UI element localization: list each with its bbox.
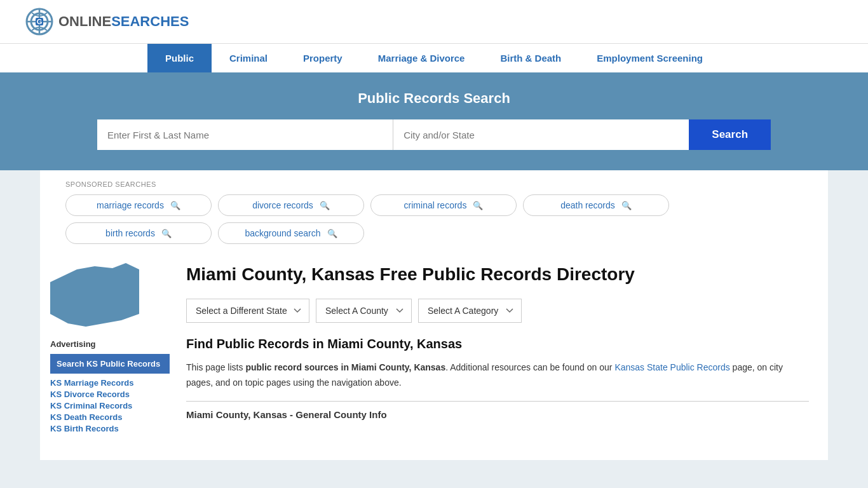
state-map (50, 263, 139, 327)
logo-text: ONLINESEARCHES (58, 13, 189, 30)
advertising-label: Advertising (50, 339, 170, 349)
search-bar: Search (97, 119, 771, 150)
sidebar-item-marriage[interactable]: KS Marriage Records (50, 377, 170, 388)
sidebar-item-criminal[interactable]: KS Criminal Records (50, 400, 170, 410)
sidebar-item-death[interactable]: KS Death Records (50, 412, 170, 422)
hero-banner: Public Records Search Search (0, 72, 868, 170)
sidebar-links: KS Marriage Records KS Divorce Records K… (50, 377, 170, 433)
pill-death-link[interactable]: death records (560, 200, 615, 210)
search-icon: 🔍 (320, 201, 330, 210)
pill-background-link[interactable]: background search (245, 228, 320, 238)
sidebar-item-divorce[interactable]: KS Divorce Records (50, 389, 170, 399)
section-title: Miami County, Kansas - General County In… (186, 401, 809, 420)
state-dropdown[interactable]: Select a Different State (186, 299, 309, 323)
desc-link[interactable]: Kansas State Public Records (614, 362, 729, 372)
sponsored-label: SPONSORED SEARCHES (65, 180, 803, 188)
description: This page lists public record sources in… (186, 360, 809, 391)
sidebar-link-marriage[interactable]: KS Marriage Records (50, 378, 134, 388)
search-button[interactable]: Search (689, 119, 771, 150)
pill-birth-link[interactable]: birth records (105, 228, 155, 238)
hero-title: Public Records Search (25, 90, 843, 107)
pill-marriage-link[interactable]: marriage records (97, 200, 164, 210)
pill-criminal-link[interactable]: criminal records (404, 200, 467, 210)
nav-marriage-divorce[interactable]: Marriage & Divorce (360, 44, 483, 72)
search-icon: 🔍 (327, 229, 337, 238)
pill-background[interactable]: background search 🔍 (218, 222, 364, 244)
search-icon: 🔍 (473, 201, 483, 210)
sponsored-section: SPONSORED SEARCHES marriage records 🔍 di… (40, 170, 828, 250)
search-icon: 🔍 (621, 201, 632, 210)
sidebar: Advertising Search KS Public Records KS … (40, 250, 180, 447)
search-icon: 🔍 (170, 201, 180, 210)
dropdowns: Select a Different State Select A County… (186, 299, 809, 323)
main-nav: Public Criminal Property Marriage & Divo… (0, 43, 868, 72)
desc-text-2: . Additional resources can be found on o… (445, 362, 614, 372)
find-title: Find Public Records in Miami County, Kan… (186, 337, 809, 351)
main-content: Miami County, Kansas Free Public Records… (180, 250, 828, 447)
svg-text:G: G (37, 18, 43, 25)
main-wrapper: SPONSORED SEARCHES marriage records 🔍 di… (40, 170, 828, 460)
nav-employment[interactable]: Employment Screening (579, 44, 721, 72)
sidebar-item-birth[interactable]: KS Birth Records (50, 423, 170, 433)
name-input[interactable] (97, 119, 393, 150)
nav-criminal[interactable]: Criminal (212, 44, 285, 72)
search-icon: 🔍 (161, 229, 172, 238)
ad-highlight[interactable]: Search KS Public Records (50, 354, 170, 374)
page-title: Miami County, Kansas Free Public Records… (186, 263, 809, 286)
content-area: Advertising Search KS Public Records KS … (40, 250, 828, 460)
location-input[interactable] (393, 119, 689, 150)
category-dropdown[interactable]: Select A Category (418, 299, 522, 323)
sidebar-link-divorce[interactable]: KS Divorce Records (50, 390, 130, 399)
logo-icon: G (25, 8, 53, 36)
header: G ONLINESEARCHES (0, 0, 868, 43)
pill-marriage[interactable]: marriage records 🔍 (65, 194, 212, 216)
logo[interactable]: G ONLINESEARCHES (25, 8, 189, 36)
pill-criminal[interactable]: criminal records 🔍 (370, 194, 517, 216)
pills-container: marriage records 🔍 divorce records 🔍 cri… (65, 194, 803, 244)
nav-birth-death[interactable]: Birth & Death (482, 44, 579, 72)
sidebar-link-death[interactable]: KS Death Records (50, 412, 122, 422)
pill-birth[interactable]: birth records 🔍 (65, 222, 212, 244)
hero-section: Public Records Search Search (0, 72, 868, 170)
desc-bold: public record sources in Miami County, K… (245, 362, 445, 372)
pill-divorce[interactable]: divorce records 🔍 (218, 194, 364, 216)
county-dropdown[interactable]: Select A County (316, 299, 412, 323)
sidebar-link-criminal[interactable]: KS Criminal Records (50, 401, 132, 410)
nav-public[interactable]: Public (147, 44, 212, 72)
pill-death[interactable]: death records 🔍 (523, 194, 669, 216)
nav-property[interactable]: Property (285, 44, 360, 72)
pill-divorce-link[interactable]: divorce records (252, 200, 313, 210)
sidebar-link-birth[interactable]: KS Birth Records (50, 424, 119, 433)
desc-text-1: This page lists (186, 362, 245, 372)
